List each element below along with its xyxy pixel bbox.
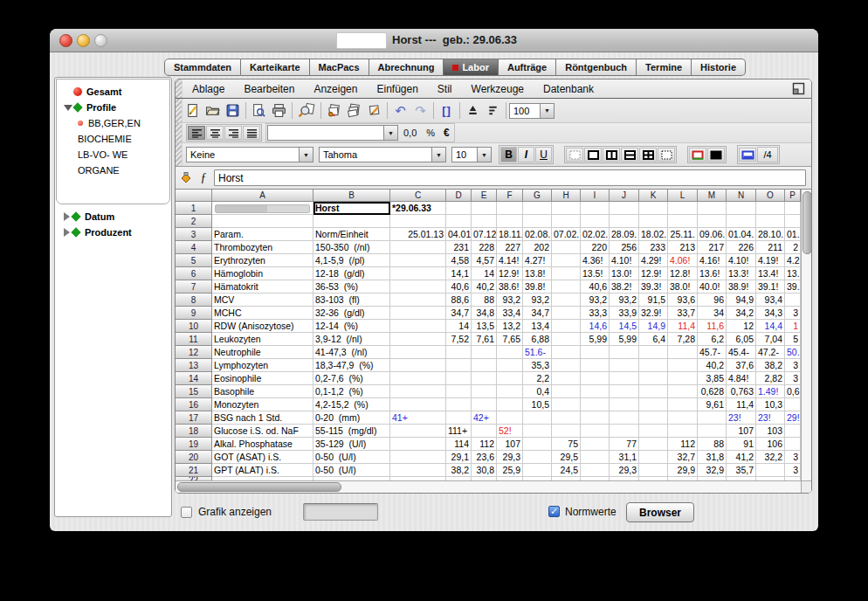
cell-J5[interactable]: 4.10! xyxy=(610,254,639,267)
disclosure-down-icon[interactable] xyxy=(63,105,73,111)
column-header-I[interactable]: I xyxy=(581,190,610,202)
cell-K19[interactable] xyxy=(639,438,668,451)
search-records-button[interactable] xyxy=(295,100,318,121)
print-button[interactable] xyxy=(269,100,289,121)
cell-H19[interactable]: 75 xyxy=(552,438,581,451)
cell-P21[interactable]: 3 xyxy=(785,464,801,477)
cell-E19[interactable]: 112 xyxy=(472,438,497,451)
cell-D17[interactable] xyxy=(446,411,472,425)
cell-P13[interactable]: 3 xyxy=(785,359,801,372)
cell-C16[interactable] xyxy=(390,398,446,411)
cell-J4[interactable]: 256 xyxy=(610,241,639,254)
cell-F9[interactable]: 33,4 xyxy=(497,307,523,320)
cell-A7[interactable]: Hämatokrit xyxy=(212,280,313,294)
cell-I10[interactable]: 14,6 xyxy=(581,320,610,333)
cell-K3[interactable]: 18.02. xyxy=(639,228,668,241)
cell-H13[interactable] xyxy=(552,359,581,372)
cell-F6[interactable]: 12.9! xyxy=(497,267,523,280)
cell-O20[interactable]: 32,2 xyxy=(756,451,785,464)
column-header-D[interactable]: D xyxy=(446,190,472,202)
cell-G16[interactable]: 10,5 xyxy=(523,398,552,411)
cell-M16[interactable]: 9,61 xyxy=(698,398,727,411)
cell-L1[interactable] xyxy=(668,202,698,215)
cell-L10[interactable]: 11,4 xyxy=(668,320,698,333)
cell-D14[interactable] xyxy=(446,372,472,385)
border-none-button[interactable] xyxy=(566,148,583,162)
cell-M10[interactable]: 11,6 xyxy=(698,320,727,333)
cell-G8[interactable]: 93,2 xyxy=(523,294,552,307)
tab-aufträge[interactable]: Aufträge xyxy=(499,59,556,76)
cell-N14[interactable]: 4.84! xyxy=(727,372,756,385)
cell-I2[interactable] xyxy=(581,215,610,228)
cell-E18[interactable] xyxy=(472,425,497,438)
cell-I7[interactable]: 40,6 xyxy=(581,280,610,294)
cell-K15[interactable] xyxy=(639,385,668,398)
cell-G21[interactable] xyxy=(523,464,552,477)
cell-L13[interactable] xyxy=(668,359,698,372)
menu-bearbeiten[interactable]: Bearbeiten xyxy=(234,83,304,95)
cell-D2[interactable] xyxy=(446,215,472,228)
cell-F4[interactable]: 227 xyxy=(497,241,523,254)
cell-O4[interactable]: 211 xyxy=(756,241,785,254)
cell-N13[interactable]: 37,6 xyxy=(727,359,756,372)
border-outline-button[interactable] xyxy=(584,148,602,162)
stamp-import-button[interactable] xyxy=(324,100,344,121)
sidebar-item-gesamt[interactable]: Gesamt xyxy=(57,84,169,100)
toolbar-grip[interactable] xyxy=(176,143,183,166)
tab-karteikarte[interactable]: Karteikarte xyxy=(241,59,309,76)
cell-O17[interactable]: 23! xyxy=(756,411,785,425)
cell-C2[interactable] xyxy=(390,215,446,228)
cell-I8[interactable]: 93,2 xyxy=(581,294,610,307)
row-header-6[interactable]: 6 xyxy=(176,267,212,280)
cell-C3[interactable]: 25.01.13 xyxy=(390,228,446,241)
cell-L11[interactable]: 7,28 xyxy=(668,333,698,346)
row-header-20[interactable]: 20 xyxy=(176,451,212,464)
cell-H2[interactable] xyxy=(552,215,581,228)
cell-I18[interactable] xyxy=(581,425,610,438)
cell-O19[interactable]: 106 xyxy=(756,438,785,451)
cell-O5[interactable]: 4.19! xyxy=(756,254,785,267)
cell-B5[interactable]: 4,1-5,9 (/pl) xyxy=(313,254,390,267)
cell-H12[interactable] xyxy=(552,346,581,359)
cell-F14[interactable] xyxy=(497,372,523,385)
cell-J12[interactable] xyxy=(610,346,639,359)
save-button[interactable] xyxy=(223,100,243,121)
cell-G13[interactable]: 35,3 xyxy=(523,359,552,372)
cell-I6[interactable]: 13.5! xyxy=(581,267,610,280)
cell-M14[interactable]: 3,85 xyxy=(698,372,727,385)
cell-P15[interactable]: 0,6 xyxy=(785,385,801,398)
formula-input[interactable] xyxy=(214,169,806,186)
column-header-F[interactable]: F xyxy=(497,190,523,202)
cell-C11[interactable] xyxy=(390,333,446,346)
align-center-button[interactable] xyxy=(206,126,224,140)
cell-H9[interactable] xyxy=(552,307,581,320)
cell-G20[interactable] xyxy=(523,451,552,464)
cell-M1[interactable] xyxy=(698,202,727,215)
align-left-button[interactable] xyxy=(188,126,205,140)
cell-I17[interactable] xyxy=(581,411,610,425)
cell-E10[interactable]: 13,5 xyxy=(472,320,497,333)
row-header-10[interactable]: 10 xyxy=(176,320,212,333)
cell-E11[interactable]: 7,61 xyxy=(472,333,497,346)
cell-C10[interactable] xyxy=(390,320,446,333)
cell-C15[interactable] xyxy=(390,385,446,398)
cell-A20[interactable]: GOT (ASAT) i.S. xyxy=(212,451,313,464)
cell-D6[interactable]: 14,1 xyxy=(446,267,472,280)
row-header-21[interactable]: 21 xyxy=(176,464,212,477)
cell-J21[interactable]: 29,3 xyxy=(610,464,639,477)
cell-D3[interactable]: 04.01. xyxy=(446,228,472,241)
cell-L9[interactable]: 33,7 xyxy=(668,307,698,320)
cell-F15[interactable] xyxy=(497,385,523,398)
cell-D16[interactable] xyxy=(446,398,472,411)
style-select[interactable]: Keine ▼ xyxy=(186,147,313,162)
cell-M3[interactable]: 09.06. xyxy=(698,228,727,241)
column-header-N[interactable]: N xyxy=(727,190,756,202)
cell-C4[interactable] xyxy=(390,241,446,254)
cell-H7[interactable] xyxy=(552,280,581,294)
cell-F20[interactable]: 29,3 xyxy=(497,451,523,464)
cell-O13[interactable]: 38,2 xyxy=(756,359,785,372)
cell-K21[interactable] xyxy=(639,464,668,477)
cell-C21[interactable] xyxy=(390,464,446,477)
cell-H10[interactable] xyxy=(552,320,581,333)
cell-M21[interactable]: 32,9 xyxy=(698,464,727,477)
